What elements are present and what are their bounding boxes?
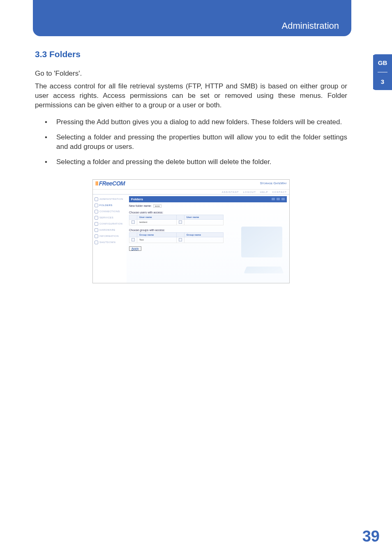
- user-checkbox[interactable]: [131, 220, 135, 224]
- side-tab: GB 3: [373, 54, 392, 90]
- nav-connections[interactable]: CONNECTIONS: [95, 208, 126, 215]
- users-table: User name User name testtest: [129, 215, 224, 225]
- nav-folders[interactable]: FOLDERS: [95, 202, 126, 208]
- group-checkbox[interactable]: [179, 238, 182, 241]
- panel-header: Folders: [129, 196, 287, 202]
- link-logout[interactable]: LOGOUT: [243, 191, 256, 193]
- config-icon: [95, 222, 98, 226]
- panel-icon[interactable]: [281, 198, 285, 200]
- group-checkbox[interactable]: [131, 238, 135, 241]
- services-icon: [95, 216, 98, 220]
- new-folder-input[interactable]: wow: [153, 204, 161, 208]
- connections-icon: [95, 210, 98, 213]
- groups-table: Group name Group name Test: [129, 232, 224, 243]
- header-title: Administration: [33, 0, 351, 31]
- admin-icon: [95, 197, 98, 201]
- embedded-screenshot: IIFReeCOM Storage GateWay ASSISTANT LOGO…: [92, 179, 290, 283]
- app-logo: IIFReeCOM: [95, 180, 125, 187]
- nav-information[interactable]: INFORMATION: [95, 233, 126, 239]
- page-number: 39: [362, 528, 380, 545]
- user-col-1: User name: [137, 215, 177, 219]
- folder-icon: [95, 204, 98, 207]
- panel-icon[interactable]: [277, 198, 280, 200]
- link-help[interactable]: HELP: [260, 191, 268, 193]
- intro-paragraph: The access control for all file retrieva…: [35, 82, 347, 110]
- group-cell: [184, 237, 224, 243]
- side-lang-badge: GB: [373, 55, 392, 70]
- nav-administration[interactable]: ADMINISTRATION: [95, 196, 126, 202]
- main-panel: Folders New folder name: wow Choose user…: [127, 195, 289, 283]
- table-row: Test: [129, 237, 224, 243]
- background-computer-image: [229, 222, 288, 282]
- sidebar-nav: ADMINISTRATION FOLDERS CONNECTIONS SERVI…: [93, 195, 127, 283]
- shutdown-icon: [95, 241, 98, 244]
- group-cell: Test: [137, 237, 177, 243]
- intro-line-1: Go to 'Folders'.: [35, 69, 347, 79]
- user-cell: testtest: [137, 219, 177, 225]
- bullet-item: Pressing the Add button gives you a dial…: [45, 118, 347, 127]
- app-linkbar: ASSISTANT LOGOUT HELP CONTACT: [93, 190, 289, 195]
- panel-icon[interactable]: [272, 198, 275, 200]
- nav-shutdown[interactable]: SHUTDOWN: [95, 239, 126, 246]
- link-assistant[interactable]: ASSISTANT: [222, 191, 239, 193]
- bullet-item: Selecting a folder and pressing the prop…: [45, 133, 347, 152]
- user-checkbox[interactable]: [179, 220, 182, 224]
- group-col-1: Group name: [137, 232, 177, 237]
- section-heading: 3.3 Folders: [35, 49, 347, 59]
- page-header: Administration: [33, 0, 351, 36]
- user-cell: [184, 219, 224, 225]
- panel-title: Folders: [131, 197, 143, 201]
- info-icon: [95, 234, 98, 238]
- users-section-label: Choose users with access:: [129, 211, 287, 214]
- bullet-item: Selecting a folder and pressing the dele…: [45, 158, 347, 167]
- apply-button[interactable]: Apply: [129, 246, 141, 251]
- new-folder-label: New folder name:: [129, 204, 152, 207]
- table-row: testtest: [129, 219, 224, 225]
- user-col-2: User name: [184, 215, 224, 219]
- nav-configuration[interactable]: CONFIGURATION: [95, 221, 126, 227]
- nav-services[interactable]: SERVICES: [95, 215, 126, 221]
- nav-hardware[interactable]: HARDWARE: [95, 227, 126, 233]
- app-product-name: Storage GateWay: [260, 181, 287, 185]
- hardware-icon: [95, 228, 98, 232]
- side-chapter-badge: 3: [373, 74, 392, 89]
- link-contact[interactable]: CONTACT: [272, 191, 287, 193]
- group-col-2: Group name: [184, 232, 224, 237]
